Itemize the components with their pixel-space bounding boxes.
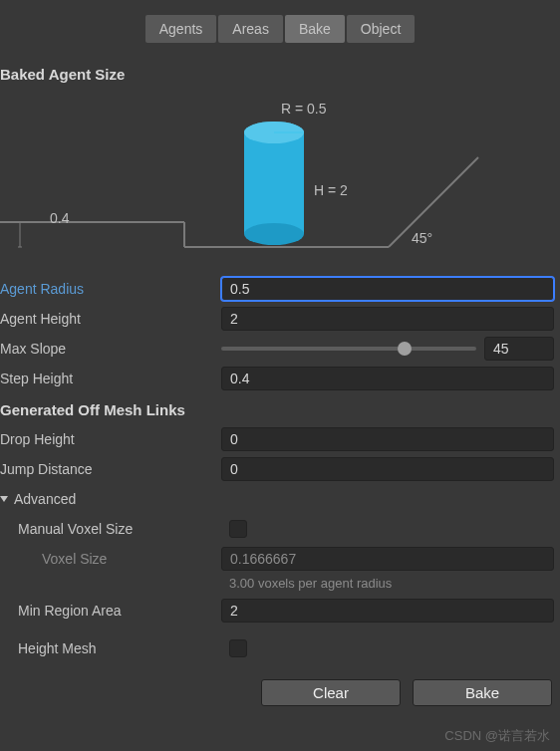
svg-point-9: [244, 223, 304, 245]
jump-distance-input[interactable]: [221, 457, 554, 481]
advanced-label: Advanced: [14, 491, 76, 507]
height-mesh-checkbox[interactable]: [229, 639, 247, 657]
step-height-label: Step Height: [0, 371, 221, 386]
diagram-height-label: H = 2: [314, 182, 348, 198]
max-slope-slider[interactable]: [221, 347, 476, 351]
agent-diagram: R = 0.5 H = 2 0.4 45°: [0, 93, 560, 262]
step-height-input[interactable]: [221, 367, 554, 390]
slider-thumb[interactable]: [398, 342, 412, 356]
agent-radius-label: Agent Radius: [0, 281, 221, 297]
offmesh-header: Generated Off Mesh Links: [0, 393, 560, 424]
tab-areas[interactable]: Areas: [218, 15, 283, 43]
diagram-step-label: 0.4: [50, 210, 69, 226]
tab-object[interactable]: Object: [347, 15, 415, 43]
voxel-size-input[interactable]: [221, 547, 554, 571]
tab-agents[interactable]: Agents: [145, 15, 217, 43]
bake-button[interactable]: Bake: [413, 679, 552, 706]
min-region-label: Min Region Area: [0, 603, 221, 619]
agent-height-label: Agent Height: [0, 311, 221, 327]
min-region-input[interactable]: [221, 599, 554, 623]
manual-voxel-label: Manual Voxel Size: [0, 521, 221, 537]
height-mesh-label: Height Mesh: [0, 640, 221, 656]
drop-height-label: Drop Height: [0, 431, 221, 447]
jump-distance-label: Jump Distance: [0, 461, 221, 477]
svg-rect-8: [244, 132, 304, 234]
agent-height-input[interactable]: [221, 307, 554, 331]
svg-line-3: [389, 157, 478, 247]
watermark: CSDN @诺言若水: [444, 727, 550, 745]
manual-voxel-checkbox[interactable]: [229, 520, 247, 538]
tab-bake[interactable]: Bake: [285, 15, 345, 43]
tab-bar: Agents Areas Bake Object: [0, 0, 560, 58]
chevron-down-icon: [0, 496, 8, 502]
clear-button[interactable]: Clear: [261, 679, 401, 706]
diagram-slope-label: 45°: [412, 230, 432, 246]
voxel-size-label: Voxel Size: [0, 551, 221, 567]
diagram-radius-label: R = 0.5: [281, 101, 327, 117]
baked-agent-size-header: Baked Agent Size: [0, 58, 560, 89]
voxel-helper-text: 3.00 voxels per agent radius: [0, 574, 560, 596]
max-slope-value[interactable]: [484, 337, 554, 361]
agent-radius-input[interactable]: [221, 277, 554, 301]
advanced-foldout[interactable]: Advanced: [0, 484, 560, 514]
drop-height-input[interactable]: [221, 427, 554, 451]
max-slope-label: Max Slope: [0, 341, 221, 357]
